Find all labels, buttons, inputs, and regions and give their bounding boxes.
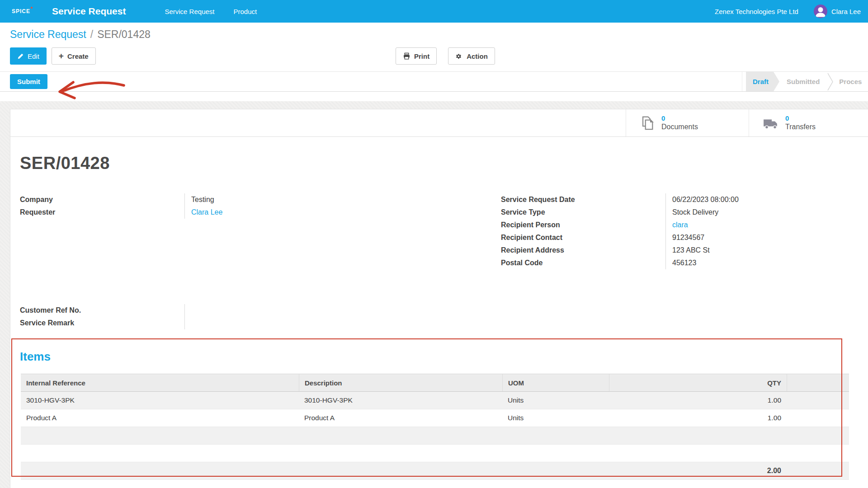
field-value: 456123 (666, 259, 696, 267)
field-recipient-address: Recipient Address 123 ABC St (501, 244, 793, 257)
cell-internal-reference: 3010-HGV-3PK (21, 396, 299, 404)
table-row[interactable]: 3010-HGV-3PK 3010-HGV-3PK Units 1.00 (21, 392, 849, 409)
field-recipient-contact: Recipient Contact 91234567 (501, 231, 793, 244)
table-row[interactable]: Product A Product A Units 1.00 (21, 409, 849, 427)
menu-item-service-request[interactable]: Service Request (165, 8, 214, 15)
company-switcher[interactable]: Zenex Technologies Pte Ltd (715, 8, 798, 15)
items-table-header: Internal Reference Description UOM QTY (21, 374, 849, 392)
cell-qty: 1.00 (609, 414, 787, 422)
field-group-extra: Customer Ref No. Service Remark (20, 304, 299, 329)
submit-button[interactable]: Submit (10, 74, 47, 89)
chevron-right-icon (827, 72, 834, 91)
print-button-label: Print (414, 52, 429, 60)
field-recipient-person: Recipient Person clara (501, 219, 793, 231)
field-postal-code: Postal Code 456123 (501, 257, 793, 269)
total-qty: 2.00 (609, 467, 787, 475)
avatar (814, 5, 827, 18)
action-button[interactable]: Action (448, 47, 495, 65)
logo-mark (31, 7, 33, 9)
field-group-left: Company Testing Requester Clara Lee (20, 193, 299, 269)
field-requester: Requester Clara Lee (20, 206, 299, 219)
menu-item-product[interactable]: Product (234, 8, 257, 15)
requester-link[interactable]: Clara Lee (185, 208, 222, 216)
field-label: Recipient Address (501, 244, 666, 257)
status-step-draft[interactable]: Draft (746, 72, 779, 91)
gear-icon (455, 52, 463, 60)
edit-button[interactable]: Edit (10, 47, 47, 65)
column-header-internal-reference: Internal Reference (21, 379, 299, 387)
field-label: Service Type (501, 206, 666, 219)
user-name: Clara Lee (831, 8, 861, 15)
field-label: Recipient Contact (501, 231, 666, 244)
field-value: Testing (185, 196, 214, 204)
field-service-remark: Service Remark (20, 317, 299, 329)
table-row-empty (21, 427, 849, 445)
field-customer-ref-no: Customer Ref No. (20, 304, 299, 317)
field-label: Service Remark (20, 317, 185, 329)
column-header-extra (787, 374, 849, 391)
items-section-title: Items (20, 350, 868, 364)
printer-icon (403, 52, 410, 60)
field-label: Service Request Date (501, 193, 666, 206)
documents-smart-button[interactable]: 0 Documents (626, 109, 749, 136)
form-sheet: 0 Documents 0 Transfers SER/01428 Compan… (10, 109, 868, 488)
documents-count: 0 (661, 114, 698, 123)
plus-icon: + (59, 52, 64, 60)
items-table: Internal Reference Description UOM QTY 3… (21, 374, 849, 480)
transfers-count: 0 (785, 114, 816, 123)
field-groups: Company Testing Requester Clara Lee Serv… (10, 193, 868, 269)
field-label: Company (20, 193, 185, 206)
edit-button-label: Edit (28, 52, 39, 60)
app-title: Service Request (52, 6, 126, 17)
create-button[interactable]: + Create (52, 47, 96, 65)
cell-internal-reference: Product A (21, 414, 299, 422)
navbar-right: Zenex Technologies Pte Ltd Clara Lee (715, 5, 868, 18)
record-title: SER/01428 (20, 154, 868, 173)
field-label: Requester (20, 206, 185, 219)
app-logo[interactable]: SPICE (12, 8, 30, 14)
pencil-icon (17, 53, 24, 60)
field-value: 123 ABC St (666, 246, 710, 254)
breadcrumb-current: SER/01428 (97, 28, 151, 40)
action-button-label: Action (467, 52, 488, 60)
table-total-row: 2.00 (21, 462, 849, 480)
column-header-qty: QTY (609, 374, 787, 391)
smart-button-row: 0 Documents 0 Transfers (10, 109, 868, 137)
recipient-person-link[interactable]: clara (666, 221, 688, 229)
cell-qty: 1.00 (609, 396, 787, 404)
status-step-submitted[interactable]: Submitted (779, 72, 827, 91)
truck-icon (763, 115, 779, 131)
action-bar: Submit Draft Submitted Proces (0, 71, 868, 92)
table-row-empty (21, 445, 849, 462)
breadcrumb: Service Request/SER/01428 (10, 28, 868, 41)
field-group-right: Service Request Date 06/22/2023 08:00:00… (501, 193, 793, 269)
create-button-label: Create (67, 52, 89, 60)
field-label: Recipient Person (501, 219, 666, 231)
breadcrumb-separator: / (90, 28, 93, 40)
content-area: 0 Documents 0 Transfers SER/01428 Compan… (0, 101, 868, 488)
field-value: 06/22/2023 08:00:00 (666, 196, 739, 204)
field-value: Stock Delivery (666, 208, 718, 216)
navbar-menu: Service Request Product (165, 8, 257, 15)
print-button[interactable]: Print (396, 47, 437, 65)
column-header-description: Description (299, 374, 502, 391)
statusbar: Draft Submitted Proces (742, 72, 862, 91)
transfers-smart-button[interactable]: 0 Transfers (749, 109, 868, 136)
transfers-label: Transfers (785, 122, 816, 131)
pages-icon (640, 115, 655, 131)
cell-description: Product A (299, 414, 502, 422)
field-service-type: Service Type Stock Delivery (501, 206, 793, 219)
user-menu[interactable]: Clara Lee (814, 5, 861, 18)
cell-uom: Units (502, 414, 609, 422)
field-service-request-date: Service Request Date 06/22/2023 08:00:00 (501, 193, 793, 206)
column-header-uom: UOM (502, 374, 609, 391)
cell-uom: Units (502, 396, 609, 404)
field-label: Postal Code (501, 257, 666, 269)
cell-description: 3010-HGV-3PK (299, 396, 502, 404)
breadcrumb-parent[interactable]: Service Request (10, 28, 86, 40)
person-icon (814, 5, 827, 18)
field-value: 91234567 (666, 234, 704, 242)
status-step-processed[interactable]: Proces (834, 72, 862, 91)
top-navbar: SPICE Service Request Service Request Pr… (0, 0, 868, 23)
field-company: Company Testing (20, 193, 299, 206)
